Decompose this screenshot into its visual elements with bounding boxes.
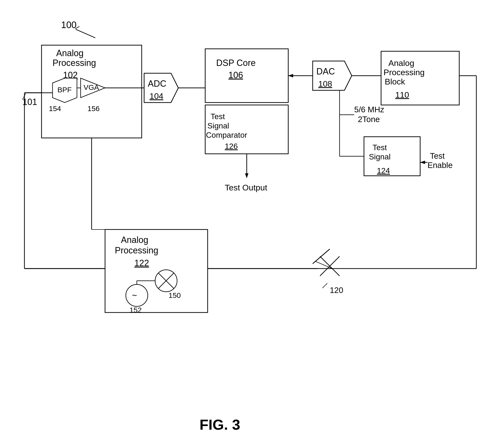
svg-text:Analog: Analog — [121, 235, 148, 245]
svg-text:Signal: Signal — [369, 152, 391, 161]
svg-line-0 — [76, 29, 95, 38]
svg-text:Block: Block — [385, 77, 405, 86]
svg-marker-32 — [245, 173, 248, 178]
svg-text:BPF: BPF — [57, 86, 72, 94]
svg-text:Comparator: Comparator — [206, 131, 247, 139]
svg-text:~: ~ — [132, 290, 137, 300]
svg-text:Test: Test — [430, 151, 445, 160]
svg-marker-56 — [420, 161, 425, 164]
svg-text:100: 100 — [61, 20, 76, 30]
svg-text:108: 108 — [318, 79, 332, 88]
svg-text:Processing: Processing — [115, 245, 158, 255]
svg-text:Test: Test — [211, 112, 225, 121]
svg-text:Enable: Enable — [427, 161, 453, 170]
svg-text:Signal: Signal — [207, 121, 229, 130]
diagram-container: 100 101 Analog Processing 102 BPF 154 VG… — [0, 0, 491, 448]
svg-text:ADC: ADC — [148, 79, 166, 89]
svg-text:Test Output: Test Output — [225, 183, 267, 192]
svg-line-78 — [315, 261, 332, 269]
svg-line-82 — [322, 283, 327, 288]
svg-text:106: 106 — [228, 70, 243, 80]
svg-text:Processing: Processing — [53, 58, 96, 68]
svg-text:156: 156 — [87, 104, 100, 113]
svg-text:120: 120 — [330, 286, 343, 295]
svg-marker-35 — [288, 74, 293, 77]
svg-text:Test: Test — [373, 143, 387, 152]
svg-text:126: 126 — [225, 142, 238, 151]
svg-text:152: 152 — [129, 306, 142, 314]
svg-text:122: 122 — [134, 258, 149, 268]
svg-rect-63 — [105, 229, 208, 313]
svg-text:124: 124 — [377, 166, 390, 175]
svg-text:Analog: Analog — [388, 58, 414, 68]
svg-text:Processing: Processing — [384, 68, 425, 77]
svg-text:5/6 MHz: 5/6 MHz — [354, 105, 384, 114]
svg-text:2Tone: 2Tone — [358, 115, 380, 124]
svg-rect-23 — [205, 49, 288, 103]
svg-text:DSP Core: DSP Core — [216, 58, 256, 68]
svg-text:110: 110 — [395, 90, 409, 99]
svg-text:DAC: DAC — [316, 66, 335, 76]
svg-text:104: 104 — [149, 91, 163, 101]
svg-text:VGA: VGA — [84, 83, 99, 91]
svg-text:Analog: Analog — [56, 48, 84, 58]
svg-text:154: 154 — [49, 104, 61, 113]
svg-text:150: 150 — [169, 291, 181, 299]
svg-text:FIG. 3: FIG. 3 — [200, 417, 240, 433]
